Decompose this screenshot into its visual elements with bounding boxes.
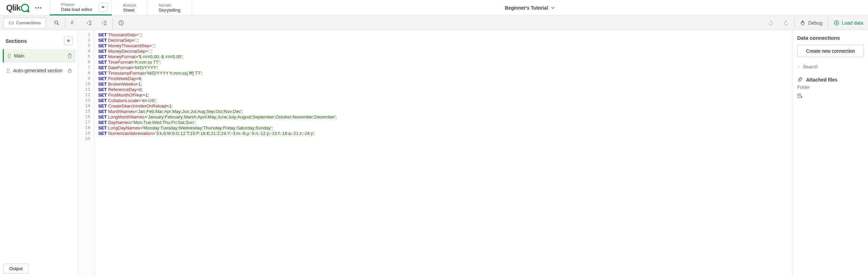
load-data-button[interactable]: Load data — [829, 16, 868, 30]
line-number: 6 — [79, 60, 94, 65]
nav-main: Storytelling — [158, 8, 180, 13]
line-number: 13 — [79, 98, 94, 103]
help-button[interactable]: ? — [114, 16, 129, 30]
svg-text:?: ? — [120, 21, 122, 25]
output-button[interactable]: Output — [3, 264, 28, 274]
debug-button[interactable]: Debug — [795, 16, 827, 30]
chevron-down-icon[interactable] — [99, 3, 107, 12]
sections-title: Sections — [5, 38, 27, 44]
more-icon[interactable] — [33, 5, 43, 11]
connections-label: Connections — [16, 20, 41, 25]
redo-icon — [783, 20, 789, 26]
play-icon — [834, 20, 839, 26]
code-line[interactable]: SET FirstWeekDay=6; — [98, 76, 789, 81]
toolbar: Connections // ? Debug Load data — [0, 16, 868, 30]
section-label: Main — [14, 53, 64, 59]
nav-tabs: Prepare Data load editorAnalyze SheetNar… — [50, 0, 192, 15]
nav-main: Data load editor — [61, 7, 92, 12]
undo-icon — [768, 20, 774, 26]
code-line[interactable]: SET LongDayNames='Monday;Tuesday;Wednesd… — [98, 125, 789, 131]
logo-area: Qlik — [0, 0, 50, 15]
code-line[interactable]: SET FirstMonthOfYear=1; — [98, 92, 789, 98]
line-number: 5 — [79, 54, 94, 60]
qlik-logo[interactable]: Qlik — [6, 3, 29, 13]
undo-button[interactable] — [763, 16, 778, 30]
svg-line-19 — [799, 67, 800, 68]
line-number: 10 — [79, 81, 94, 87]
comment-button[interactable]: // — [66, 16, 82, 30]
debug-label: Debug — [808, 20, 822, 26]
connection-search-input[interactable] — [803, 64, 863, 70]
redo-button[interactable] — [778, 16, 793, 30]
load-data-label: Load data — [842, 20, 863, 26]
code-line[interactable]: SET BrokenWeeks=1; — [98, 81, 789, 87]
nav-tab-data-load-editor[interactable]: Prepare Data load editor — [50, 0, 112, 15]
code-content[interactable]: SET ThousandSep=',';SET DecimalSep='.';S… — [94, 30, 793, 277]
app-title-dropdown[interactable]: Beginner's Tutorial — [192, 0, 868, 15]
nav-tab-sheet[interactable]: Analyze Sheet — [112, 0, 147, 15]
indent-button[interactable] — [82, 16, 97, 30]
code-line[interactable]: SET TimeFormat='h:mm:ss TT'; — [98, 60, 789, 65]
code-line[interactable]: SET MonthNames='Jan;Feb;Mar;Apr;May;Jun;… — [98, 109, 789, 114]
line-number: 14 — [79, 103, 94, 109]
chevron-down-icon — [551, 6, 555, 10]
code-line[interactable]: SET MoneyThousandSep=','; — [98, 43, 789, 49]
line-number: 2 — [79, 38, 94, 43]
line-number: 17 — [79, 120, 94, 125]
code-line[interactable]: SET DayNames='Mon;Tue;Wed;Thu;Fri;Sat;Su… — [98, 120, 789, 125]
code-line[interactable]: SET MoneyDecimalSep='.'; — [98, 49, 789, 54]
header: Qlik Prepare Data load editorAnalyze She… — [0, 0, 868, 16]
code-line[interactable]: SET NumericalAbbreviation='3:k;6:M;9:G;1… — [98, 131, 789, 136]
connections-button[interactable]: Connections — [3, 17, 46, 28]
section-label: Auto-generated section — [13, 68, 64, 73]
drag-handle-icon[interactable] — [8, 54, 11, 58]
folder-label: Folder — [797, 85, 864, 90]
delete-icon[interactable] — [67, 53, 72, 58]
code-editor[interactable]: 1234567891011121314151617181920 SET Thou… — [79, 30, 793, 277]
code-line[interactable]: SET CreateSearchIndexOnReload=1; — [98, 103, 789, 109]
search-icon — [798, 64, 800, 70]
svg-point-18 — [798, 66, 799, 67]
code-line[interactable]: SET LongMonthNames='January;February;Mar… — [98, 114, 789, 120]
nav-main: Sheet — [123, 8, 136, 13]
line-number: 15 — [79, 109, 94, 114]
section-item[interactable]: Auto-generated section — [3, 64, 76, 77]
line-number: 12 — [79, 92, 94, 98]
svg-rect-17 — [68, 70, 71, 72]
code-line[interactable]: SET DecimalSep='.'; — [98, 38, 789, 43]
indent-icon — [87, 20, 92, 26]
select-data-button[interactable] — [797, 93, 864, 99]
line-number: 16 — [79, 114, 94, 120]
drag-handle-icon[interactable] — [7, 68, 10, 73]
add-section-button[interactable]: + — [64, 36, 73, 45]
code-line[interactable]: SET MoneyFormat='$ ###0.00;-$ ###0.00'; — [98, 54, 789, 60]
code-line[interactable]: SET CollationLocale='en-US'; — [98, 98, 789, 103]
line-number: 11 — [79, 87, 94, 92]
code-line[interactable]: SET ReferenceDay=0; — [98, 87, 789, 92]
svg-rect-0 — [9, 22, 13, 24]
line-number: 19 — [79, 131, 94, 136]
line-gutter: 1234567891011121314151617181920 — [79, 30, 94, 277]
nav-tab-storytelling[interactable]: Narrate Storytelling — [147, 0, 192, 15]
app-title-text: Beginner's Tutorial — [505, 5, 548, 11]
connections-icon — [9, 20, 14, 26]
divider — [113, 18, 113, 28]
line-number: 8 — [79, 71, 94, 76]
attached-files-row[interactable]: Attached files — [797, 77, 864, 83]
section-item[interactable]: Main — [3, 49, 76, 63]
code-line[interactable]: SET DateFormat='M/D/YYYY'; — [98, 65, 789, 71]
attached-files-label: Attached files — [806, 77, 838, 83]
line-number: 20 — [79, 136, 94, 142]
outdent-button[interactable] — [97, 16, 112, 30]
nav-sub: Narrate — [158, 3, 180, 7]
sections-header: Sections + — [0, 34, 78, 48]
search-button[interactable] — [49, 16, 64, 30]
help-icon: ? — [118, 20, 124, 26]
create-connection-button[interactable]: Create new connection — [797, 45, 864, 57]
line-number: 7 — [79, 65, 94, 71]
code-line[interactable]: SET TimestampFormat='M/D/YYYY h:mm:ss[.f… — [98, 71, 789, 76]
bug-icon — [800, 20, 805, 26]
outdent-icon — [102, 20, 107, 26]
connection-search[interactable] — [797, 62, 864, 72]
code-line[interactable]: SET ThousandSep=','; — [98, 32, 789, 38]
